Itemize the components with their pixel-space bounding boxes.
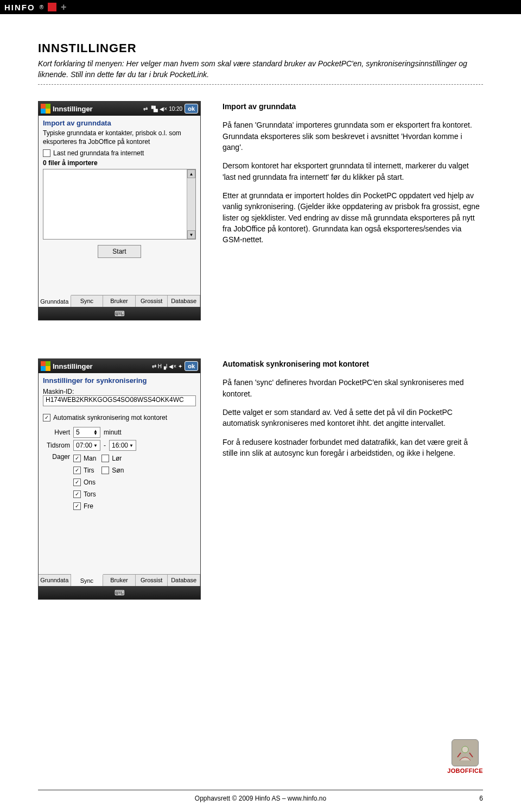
tab-grossist[interactable]: Grossist <box>136 295 168 307</box>
checkbox-icon[interactable]: ✓ <box>43 414 50 421</box>
days-col-right: LørSøn <box>101 453 124 512</box>
signal-icon: ▝▙ <box>149 106 158 112</box>
checkbox-icon[interactable] <box>101 455 109 462</box>
hvert-unit: minutt <box>104 429 122 436</box>
ok-button[interactable]: ok <box>185 104 198 114</box>
dash-sep: - <box>104 442 106 449</box>
checkbox-icon[interactable] <box>101 467 109 474</box>
section2-p1: På fanen 'sync' defineres hvordan Pocket… <box>223 377 483 399</box>
registered-mark: ® <box>40 4 43 10</box>
sync-icon: ⇄ <box>143 106 148 112</box>
tab-grossist[interactable]: Grossist <box>136 575 168 586</box>
autosync-checkbox-row[interactable]: ✓ Automatisk synkronisering mot kontoret <box>43 414 196 421</box>
time-to-value: 16:00 <box>112 442 128 449</box>
footer-divider <box>38 790 483 790</box>
time-from-field[interactable]: 07:00 ▼ <box>73 440 100 451</box>
tab-bruker[interactable]: Bruker <box>103 575 136 586</box>
day-label: Man <box>84 455 96 462</box>
interval-value: 5 <box>76 429 80 436</box>
checkbox-icon[interactable]: ✓ <box>73 467 81 474</box>
checkbox-icon[interactable]: ✓ <box>73 490 81 498</box>
brand-red-square-icon <box>48 3 56 11</box>
ppc1-file-listbox[interactable]: ▲ ▼ <box>43 169 196 240</box>
checkbox-icon[interactable]: ✓ <box>73 479 81 486</box>
ok-button[interactable]: ok <box>185 361 198 371</box>
day-label: Fre <box>84 502 93 510</box>
pocketpc-screenshot-1: Innstillinger ⇄ ▝▙ ◀× 10:20 ok Import av… <box>38 101 201 320</box>
ppc1-title: Innstillinger <box>53 105 141 113</box>
day-label: Lør <box>112 455 122 462</box>
ppc1-subtitle: Import av grunndata <box>43 119 196 127</box>
start-button[interactable]: Start <box>98 245 141 258</box>
tab-database[interactable]: Database <box>168 295 200 307</box>
stepper-arrows-icon[interactable]: ▲▼ <box>93 430 98 436</box>
signal-icon: H▗l <box>158 363 167 369</box>
section1-p3: Etter at grunndata er importert holdes d… <box>223 190 483 245</box>
maskin-id-label: Maskin-ID: <box>43 388 196 395</box>
dropdown-icon[interactable]: ▼ <box>129 443 134 448</box>
ppc1-download-label: Last ned grunndata fra internett <box>53 149 144 157</box>
section-import-grunndata: Innstillinger ⇄ ▝▙ ◀× 10:20 ok Import av… <box>38 101 483 320</box>
windows-flag-icon <box>41 361 50 371</box>
speaker-icon: ◀× <box>169 363 176 369</box>
ppc1-desc: Typiske grunndata er kontakter, prisbok … <box>43 129 196 146</box>
scrollbar[interactable]: ▲ ▼ <box>187 169 195 239</box>
checkbox-icon[interactable]: ✓ <box>73 455 81 462</box>
day-checkbox-row[interactable]: ✓Fre <box>73 502 96 510</box>
section1-title: Import av grunndata <box>223 101 483 112</box>
keyboard-icon[interactable]: ⌨ <box>115 310 124 318</box>
keyboard-icon[interactable]: ⌨ <box>115 589 124 597</box>
ppc2-status-icons: ⇄ H▗l ◀× ✦ <box>152 363 182 369</box>
day-checkbox-row[interactable]: ✓Tors <box>73 490 96 498</box>
dropdown-icon[interactable]: ▼ <box>93 443 98 448</box>
section2-title: Automatisk synkronisering mot kontoret <box>223 358 483 369</box>
day-checkbox-row[interactable]: Søn <box>101 467 124 474</box>
section1-p1: På fanen 'Grunndata' importeres grunndat… <box>223 119 483 153</box>
ppc1-title-bar: Innstillinger ⇄ ▝▙ ◀× 10:20 ok <box>39 102 200 116</box>
tidsrom-label: Tidsrom <box>43 442 70 449</box>
day-label: Søn <box>112 467 124 474</box>
ppc1-status-icons: ⇄ ▝▙ ◀× 10:20 <box>143 106 182 112</box>
joboffice-logo: JOBOFFICE <box>447 739 483 774</box>
scroll-down-icon[interactable]: ▼ <box>187 230 195 239</box>
tab-grunndata[interactable]: Grunndata <box>39 575 71 586</box>
tab-database[interactable]: Database <box>168 575 200 586</box>
day-label: Tirs <box>84 467 94 474</box>
page-title: INNSTILLINGER <box>38 41 483 55</box>
ppc2-title: Innstillinger <box>53 362 150 370</box>
time-to-field[interactable]: 16:00 ▼ <box>109 440 136 451</box>
tab-sync[interactable]: Sync <box>71 574 104 586</box>
intro-text: Kort forklaring til menyen: Her velger m… <box>38 59 483 80</box>
dager-label: Dager <box>43 453 70 461</box>
plus-icon: + <box>61 2 67 13</box>
maskin-id-field[interactable]: H174WEB2KRKKGOGS4SO08WSS4OKK4WC <box>43 395 196 406</box>
day-checkbox-row[interactable]: ✓Man <box>73 455 96 462</box>
day-label: Ons <box>84 479 96 486</box>
joboffice-icon <box>452 739 479 766</box>
tab-bruker[interactable]: Bruker <box>103 295 136 307</box>
day-checkbox-row[interactable]: ✓Ons <box>73 479 96 486</box>
checkbox-icon[interactable] <box>43 149 50 157</box>
ppc1-time: 10:20 <box>169 106 182 112</box>
ppc1-tabs: Grunndata Sync Bruker Grossist Database <box>39 295 200 307</box>
day-checkbox-row[interactable]: ✓Tirs <box>73 467 96 474</box>
hvert-label: Hvert <box>43 429 70 436</box>
scroll-up-icon[interactable]: ▲ <box>187 169 195 178</box>
ppc1-download-checkbox-row[interactable]: Last ned grunndata fra internett <box>43 149 196 157</box>
footer-page-number: 6 <box>479 795 483 802</box>
time-from-value: 07:00 <box>76 442 92 449</box>
ppc2-subtitle: Innstillinger for synkronisering <box>43 376 196 385</box>
section-autosync: Innstillinger ⇄ H▗l ◀× ✦ ok Innstillinge… <box>38 358 483 600</box>
interval-stepper[interactable]: 5 ▲▼ <box>73 427 100 438</box>
checkbox-icon[interactable]: ✓ <box>73 502 81 510</box>
tab-sync[interactable]: Sync <box>71 295 104 307</box>
days-col-left: ✓Man✓Tirs✓Ons✓Tors✓Fre <box>73 453 96 512</box>
ppc1-files-label: 0 filer å importere <box>43 159 196 167</box>
days-grid: ✓Man✓Tirs✓Ons✓Tors✓Fre LørSøn <box>73 453 124 512</box>
tab-grunndata[interactable]: Grunndata <box>39 295 71 307</box>
ppc2-title-bar: Innstillinger ⇄ H▗l ◀× ✦ ok <box>39 359 200 373</box>
brand-text: HINFO <box>4 3 35 12</box>
day-checkbox-row[interactable]: Lør <box>101 455 124 462</box>
windows-flag-icon <box>41 104 50 114</box>
section2-p3: For å redusere kostnader forbundet med d… <box>223 437 483 459</box>
